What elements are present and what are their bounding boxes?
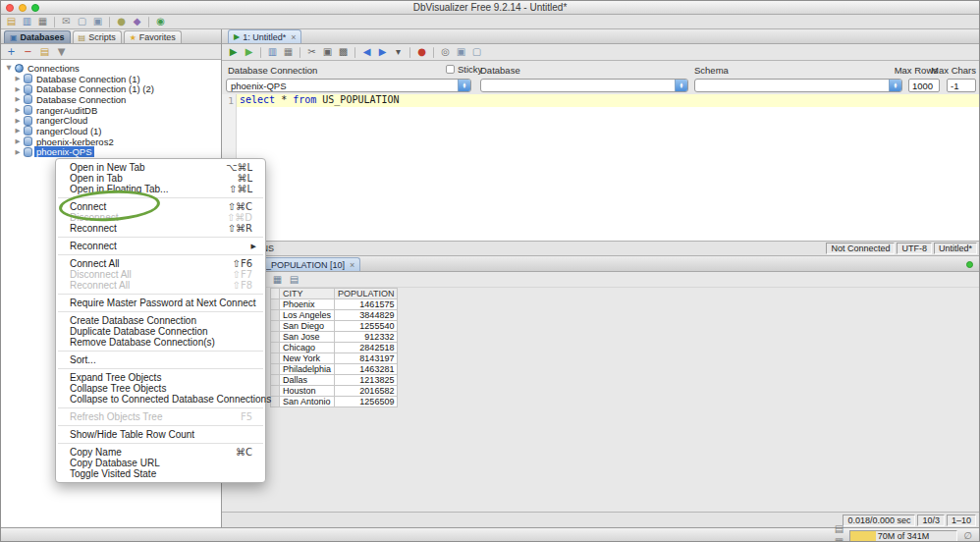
cell-population[interactable]: 2842518 xyxy=(335,343,398,353)
tab-1-untitled[interactable]: ▶ 1: Untitled* × xyxy=(228,29,301,43)
sql-line[interactable]: select * from US_POPULATION xyxy=(237,94,979,107)
menu-item-sort[interactable]: Sort... xyxy=(56,354,265,365)
menu-item-disconnect-all[interactable]: Disconnect All⇧F7 xyxy=(56,269,265,280)
execute-current-icon[interactable]: ▶ xyxy=(242,46,256,59)
menu-item-reconnect-all[interactable]: Reconnect All⇧F8 xyxy=(56,280,265,291)
expand-icon[interactable]: ▶ xyxy=(14,117,22,125)
cell-city[interactable]: Philadelphia xyxy=(280,364,335,375)
menu-item-connect[interactable]: Connect⇧⌘C xyxy=(56,201,265,212)
menu-item-require-master-password-at-next-connect[interactable]: Require Master Password at Next Connect xyxy=(56,298,265,308)
cell-population[interactable]: 8143197 xyxy=(335,353,398,364)
table-row[interactable]: New York8143197 xyxy=(271,353,398,364)
pin-icon[interactable]: ◎ xyxy=(438,46,453,59)
menu-item-disconnect[interactable]: Disconnect⇧⌘D xyxy=(56,212,265,223)
editor-code-area[interactable]: select * from US_POPULATION xyxy=(237,94,979,241)
menu-item-show-hide-table-row-count[interactable]: Show/Hide Table Row Count xyxy=(56,429,265,440)
cell-city[interactable]: Los Angeles xyxy=(280,310,335,321)
results-table[interactable]: CITYPOPULATIONPhoenix1461575Los Angeles3… xyxy=(270,288,398,407)
open-folder-icon[interactable]: ▤ xyxy=(4,16,19,28)
schema-combo[interactable]: ▴▾ xyxy=(694,79,902,92)
tab-scripts[interactable]: ▤Scripts xyxy=(73,30,122,43)
table-row[interactable]: Philadelphia1463281 xyxy=(271,364,398,375)
menu-item-reconnect[interactable]: Reconnect⇧⌘R xyxy=(56,223,265,234)
column-header-population[interactable]: POPULATION xyxy=(335,289,398,299)
column-header-city[interactable]: CITY xyxy=(280,289,335,299)
driver-manager-icon[interactable]: ◉ xyxy=(153,16,168,28)
create-folder-icon[interactable]: ▤ xyxy=(37,45,52,58)
menu-item-create-database-connection[interactable]: Create Database Connection xyxy=(56,315,265,326)
cell-population[interactable]: 1213825 xyxy=(335,375,398,386)
tab-databases[interactable]: ▣Databases xyxy=(4,30,71,43)
expand-icon[interactable]: ▼ xyxy=(5,64,13,72)
close-tab-icon[interactable]: × xyxy=(350,260,354,270)
menu-item-remove-database-connection-s[interactable]: Remove Database Connection(s) xyxy=(56,337,265,348)
tree-item-phoenix-qps[interactable]: ▶phoenix-QPS xyxy=(1,147,221,158)
memory-gauge[interactable]: 70M of 341M xyxy=(849,530,957,542)
tree-item-phoenix-kerberos2[interactable]: ▶phoenix-kerberos2 xyxy=(1,136,221,147)
history-dropdown-icon[interactable]: ▾ xyxy=(391,46,406,59)
close-tab-icon[interactable]: × xyxy=(291,32,296,42)
grid-view-icon[interactable]: ▦ xyxy=(270,273,285,286)
cell-population[interactable]: 3844829 xyxy=(335,310,398,321)
expand-icon[interactable]: ▶ xyxy=(14,95,22,103)
tab-favorites[interactable]: ★Favorites xyxy=(124,30,182,43)
sticky-checkbox[interactable] xyxy=(446,65,455,74)
database-combo[interactable]: ▴▾ xyxy=(480,79,688,92)
stop-icon[interactable]: ● xyxy=(414,46,429,59)
cell-population[interactable]: 2016582 xyxy=(335,386,398,397)
table-row[interactable]: Chicago2842518 xyxy=(271,343,398,353)
tree-item-rangercloud-1[interactable]: ▶rangerCloud (1) xyxy=(1,126,221,136)
print-icon[interactable]: ▦ xyxy=(35,16,50,28)
menu-item-duplicate-database-connection[interactable]: Duplicate Database Connection xyxy=(56,326,265,337)
copy-icon[interactable]: ▣ xyxy=(320,46,335,59)
expand-icon[interactable]: ▶ xyxy=(14,85,22,93)
previous-sql-icon[interactable]: ◀ xyxy=(359,46,374,59)
menu-item-connect-all[interactable]: Connect All⇧F6 xyxy=(56,258,265,269)
paste-icon[interactable]: ▩ xyxy=(336,46,351,59)
table-row[interactable]: Los Angeles3844829 xyxy=(271,310,398,321)
lock-icon[interactable]: ● xyxy=(114,16,129,28)
cell-population[interactable]: 912332 xyxy=(335,332,398,343)
table-row[interactable]: Phoenix1461575 xyxy=(271,299,398,310)
menu-item-collapse-to-connected-database-connections[interactable]: Collapse to Connected Database Connectio… xyxy=(56,394,265,405)
cut-icon[interactable]: ✂ xyxy=(304,46,319,59)
menu-item-copy-name[interactable]: Copy Name⌘C xyxy=(56,447,265,458)
cell-city[interactable]: New York xyxy=(280,353,335,364)
cell-population[interactable]: 1463281 xyxy=(335,364,398,375)
tree-item-rangerauditdb[interactable]: ▶rangerAuditDB xyxy=(1,105,221,116)
mail-icon[interactable]: ✉ xyxy=(59,16,74,28)
cell-city[interactable]: San Antonio xyxy=(280,397,335,407)
new-window-icon[interactable]: ▢ xyxy=(75,16,89,28)
remove-connection-icon[interactable]: − xyxy=(21,45,35,58)
create-connection-icon[interactable]: + xyxy=(4,45,19,58)
expand-icon[interactable]: ▶ xyxy=(14,106,22,114)
save-icon[interactable]: ▥ xyxy=(265,46,280,59)
expand-icon[interactable]: ▶ xyxy=(14,137,22,145)
cell-city[interactable]: Chicago xyxy=(280,343,335,353)
menu-item-refresh-objects-tree[interactable]: Refresh Objects TreeF5 xyxy=(56,411,265,422)
zoom-window-button[interactable] xyxy=(31,4,39,12)
list-icon[interactable]: ▤ xyxy=(832,523,846,536)
cell-city[interactable]: Houston xyxy=(280,386,335,397)
max-rows-input[interactable] xyxy=(908,79,940,92)
tree-item-database-connection-1[interactable]: ▶Database Connection (1) xyxy=(1,74,221,84)
expand-icon[interactable]: ▶ xyxy=(14,127,22,135)
menu-item-open-in-new-tab[interactable]: Open in New Tab⌥⌘L xyxy=(56,162,265,173)
menu-item-copy-database-url[interactable]: Copy Database URL xyxy=(56,458,265,468)
next-sql-icon[interactable]: ▶ xyxy=(375,46,390,59)
preferences-icon[interactable]: ◆ xyxy=(130,16,144,28)
close-window-button[interactable] xyxy=(6,4,14,12)
expand-icon[interactable]: ▶ xyxy=(14,148,22,156)
detach-icon[interactable]: ▢ xyxy=(469,46,484,59)
table-row[interactable]: San Antonio1256509 xyxy=(271,397,398,407)
expand-icon[interactable]: ▶ xyxy=(14,75,22,82)
window-icon[interactable]: ▣ xyxy=(454,46,468,59)
cell-population[interactable]: 1255540 xyxy=(335,321,398,332)
save-icon[interactable]: ▥ xyxy=(20,16,34,28)
sql-editor[interactable]: 1 select * from US_POPULATION xyxy=(222,94,979,242)
connection-combo[interactable]: phoenix-QPS ▴▾ xyxy=(226,79,471,92)
max-chars-input[interactable] xyxy=(947,79,976,92)
cell-city[interactable]: Phoenix xyxy=(280,299,335,310)
table-row[interactable]: Houston2016582 xyxy=(271,386,398,397)
table-row[interactable]: San Diego1255540 xyxy=(271,321,398,332)
